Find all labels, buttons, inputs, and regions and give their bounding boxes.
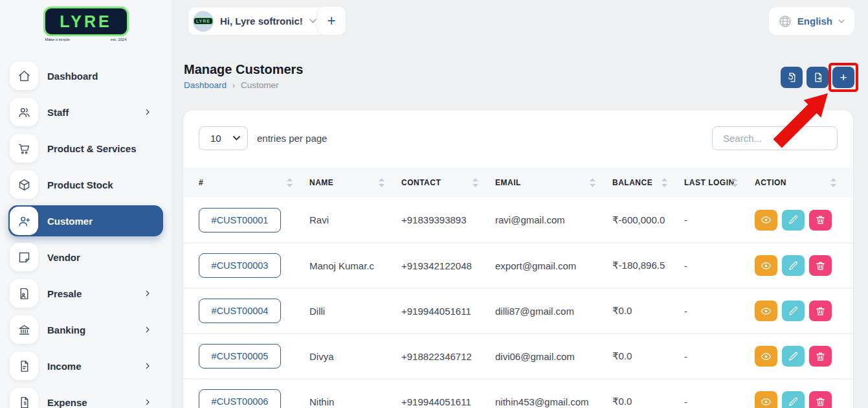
add-customer-button[interactable]: +: [832, 67, 854, 88]
eye-icon: [761, 351, 772, 362]
globe-icon: [779, 15, 792, 28]
customer-id-button[interactable]: #CUST00005: [199, 344, 281, 368]
table-row: #CUST00006Nithin+919944051611nithin453@g…: [183, 379, 853, 408]
column-header-name[interactable]: NAME: [309, 168, 401, 198]
breadcrumb: Dashboard › Customer: [184, 80, 279, 90]
view-button[interactable]: [755, 391, 777, 408]
column-header-email[interactable]: EMAIL: [495, 168, 612, 198]
edit-button[interactable]: [782, 346, 805, 367]
customer-email: nithin453@gmail.com: [495, 396, 588, 407]
delete-button[interactable]: [809, 210, 832, 231]
bank-icon: [10, 315, 38, 344]
view-button[interactable]: [755, 300, 777, 321]
column-label: EMAIL: [495, 178, 521, 187]
entries-value: 10: [210, 133, 233, 144]
customer-id-button[interactable]: #CUST00006: [199, 389, 281, 408]
trash-icon: [815, 260, 826, 271]
delete-button[interactable]: [809, 300, 832, 321]
delete-button[interactable]: [809, 346, 832, 367]
sort-icon[interactable]: [830, 178, 836, 187]
chevron-right-icon: [144, 362, 151, 370]
column-header-last-login[interactable]: LAST LOGIN: [684, 168, 755, 198]
entries-per-page-select[interactable]: 10: [199, 126, 248, 150]
sidebar-item-dashboard[interactable]: Dashboard: [8, 60, 163, 91]
column-label: LAST LOGIN: [684, 178, 735, 187]
edit-button[interactable]: [782, 300, 805, 321]
chevron-right-icon: [144, 289, 151, 297]
sidebar-item-staff[interactable]: Staff: [8, 96, 163, 128]
profile-menu[interactable]: LYRE Hi, Lyre softronic!: [188, 6, 326, 36]
greeting-text: Hi, Lyre softronic!: [220, 16, 303, 27]
logo-text: LYRE: [60, 12, 111, 31]
cart-icon: [10, 134, 38, 163]
delete-button[interactable]: [809, 391, 832, 408]
plus-icon: +: [327, 12, 335, 30]
trash-icon: [815, 396, 826, 407]
eye-icon: [761, 306, 772, 317]
view-button[interactable]: [755, 255, 777, 276]
sidebar-item-product-stock[interactable]: Product Stock: [8, 169, 163, 200]
edit-button[interactable]: [782, 210, 805, 231]
chevron-down-icon: [233, 136, 240, 141]
search-input[interactable]: [712, 126, 838, 150]
trash-icon: [815, 214, 826, 225]
customer-id-button[interactable]: #CUST00003: [199, 253, 281, 278]
edit-button[interactable]: [782, 255, 805, 276]
column-header-balance[interactable]: BALANCE: [612, 168, 684, 198]
sidebar-item-expense[interactable]: $Expense: [8, 387, 163, 408]
sidebar-item-presale[interactable]: Presale: [8, 278, 163, 309]
row-actions: [755, 346, 853, 367]
eye-icon: [761, 396, 772, 407]
note-icon: [10, 243, 38, 271]
sidebar-item-customer[interactable]: Customer: [8, 205, 163, 236]
file-person-icon: [10, 279, 38, 308]
column-header-action[interactable]: ACTION: [755, 168, 853, 198]
customer-id-button[interactable]: #CUST00001: [199, 208, 281, 232]
table-row: #CUST00001Ravi+91839393893ravi@gmail.com…: [183, 198, 853, 243]
logo-est: est. 2024: [111, 38, 127, 41]
sort-icon[interactable]: [287, 178, 293, 187]
table-row: #CUST00005Divya+918822346712divi06@gmail…: [183, 334, 853, 379]
sort-icon[interactable]: [590, 178, 595, 187]
row-actions: [755, 210, 853, 231]
customer-last-login: -: [684, 351, 687, 362]
sidebar-item-banking[interactable]: Banking: [8, 314, 163, 345]
language-selector[interactable]: English: [769, 7, 854, 35]
column-label: BALANCE: [612, 178, 652, 187]
sidebar-item-income[interactable]: Income: [8, 350, 163, 381]
column-label: NAME: [309, 178, 333, 187]
customer-last-login: -: [684, 260, 687, 271]
sidebar: LYRE Make it simple est. 2024 DashboardS…: [0, 0, 172, 408]
column-header-#[interactable]: #: [183, 168, 309, 198]
breadcrumb-dashboard-link[interactable]: Dashboard: [184, 80, 227, 90]
sort-icon[interactable]: [379, 178, 384, 187]
pencil-icon: [788, 351, 799, 362]
sort-icon[interactable]: [662, 178, 667, 187]
customer-id-button[interactable]: #CUST00004: [199, 299, 281, 323]
delete-button[interactable]: [809, 255, 832, 276]
chevron-right-icon: [144, 108, 151, 116]
sidebar-item-label: Expense: [47, 397, 87, 408]
view-button[interactable]: [755, 210, 777, 231]
pencil-icon: [788, 260, 799, 271]
view-button[interactable]: [755, 346, 777, 367]
customer-email: ravi@gmail.com: [495, 214, 565, 225]
page-title: Manage Customers: [184, 62, 304, 77]
customer-name: Nithin: [309, 396, 334, 407]
sidebar-item-product-services[interactable]: Product & Services: [8, 133, 163, 164]
plus-icon: +: [840, 71, 847, 84]
export-customers-button[interactable]: [807, 67, 829, 88]
sort-icon[interactable]: [732, 178, 738, 187]
customer-balance: ₹-180,896.5: [612, 260, 665, 271]
sidebar-item-vendor[interactable]: Vendor: [8, 242, 163, 273]
column-label: ACTION: [755, 178, 786, 187]
column-header-contact[interactable]: CONTACT: [401, 168, 495, 198]
sort-icon[interactable]: [473, 178, 478, 187]
customer-contact: +919944051611: [401, 396, 471, 407]
edit-button[interactable]: [782, 391, 805, 408]
quick-add-button[interactable]: +: [317, 6, 346, 36]
import-customers-button[interactable]: [781, 67, 803, 88]
sidebar-item-label: Customer: [47, 216, 93, 227]
lyre-logo: LYRE: [43, 6, 129, 36]
customer-name: Dilli: [309, 306, 325, 317]
